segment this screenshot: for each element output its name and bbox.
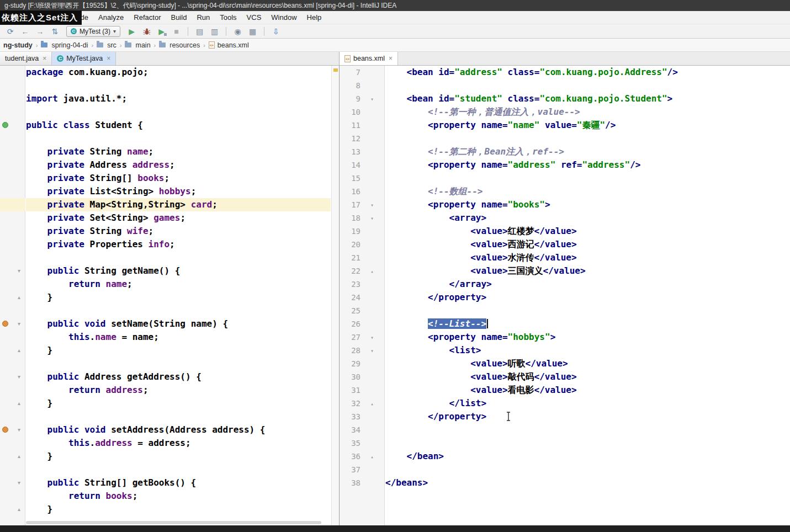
fold-icon[interactable]: ▴ xyxy=(360,401,384,407)
close-icon[interactable]: × xyxy=(43,55,46,62)
sync-icon[interactable]: ⟳ xyxy=(3,26,17,37)
menu-item-tools[interactable]: Tools xyxy=(215,13,241,22)
java-code-line[interactable]: private Address address; xyxy=(26,158,331,172)
java-code-line[interactable] xyxy=(26,251,331,264)
xml-code-line[interactable]: <!--数组--> xyxy=(385,185,790,198)
fold-icon[interactable]: ▾ xyxy=(18,320,20,328)
menu-item-window[interactable]: Window xyxy=(266,13,301,22)
update-project-icon[interactable]: ⇩ xyxy=(269,26,283,37)
java-code-line[interactable]: private Map<String,String> card; xyxy=(26,198,331,211)
tab-tudent-java[interactable]: tudent.java× xyxy=(0,52,52,65)
gutter-line-11[interactable]: 11 xyxy=(340,119,384,132)
gutter-line-26[interactable]: 26 xyxy=(340,317,384,331)
java-code-line[interactable]: } xyxy=(26,397,331,410)
fold-icon[interactable]: ▴ xyxy=(360,268,384,274)
java-code-line[interactable]: } xyxy=(26,450,331,463)
java-code-line[interactable]: this.name = name; xyxy=(26,331,331,344)
java-code-line[interactable]: public Address getAddress() { xyxy=(26,370,331,384)
gutter-line-35[interactable]: 35 xyxy=(340,437,384,450)
java-code-line[interactable]: } xyxy=(26,291,331,304)
menu-item-run[interactable]: Run xyxy=(192,13,215,22)
gutter-line-21[interactable]: 21 xyxy=(340,251,384,264)
xml-code-line[interactable] xyxy=(385,304,790,317)
structure-icon[interactable]: ▥ xyxy=(208,26,221,37)
xml-code-line[interactable]: </property> xyxy=(385,410,790,423)
java-code-line[interactable]: return name; xyxy=(26,278,331,291)
back-icon[interactable]: ← xyxy=(18,26,32,37)
gutter-line-17[interactable]: 17▾ xyxy=(340,198,384,211)
gutter-line-32[interactable]: 32▴ xyxy=(340,397,384,410)
xml-code-line[interactable]: <property name="name" value="秦疆"/> xyxy=(385,119,790,132)
java-code-line[interactable]: private Set<String> games; xyxy=(26,211,331,225)
stop-icon[interactable]: ■ xyxy=(169,26,183,37)
gutter-line-25[interactable]: 25 xyxy=(340,304,384,317)
java-code-line[interactable]: private String[] books; xyxy=(26,172,331,185)
java-code-line[interactable]: public String[] getBooks() { xyxy=(26,476,331,490)
xml-code-line[interactable]: <value>三国演义</value> xyxy=(385,264,790,278)
tab-mytest-java[interactable]: MyTest.java× xyxy=(52,52,116,65)
gutter-line-30[interactable]: 30 xyxy=(340,370,384,384)
xml-code-line[interactable]: <!--第一种，普通值注入，value--> xyxy=(385,105,790,119)
gutter-line-15[interactable]: 15 xyxy=(340,172,384,185)
run-icon[interactable]: ▶ xyxy=(125,26,139,37)
warning-stripe-mark[interactable] xyxy=(333,68,338,72)
horizontal-scrollbar[interactable] xyxy=(26,521,321,524)
java-code-line[interactable]: } xyxy=(26,503,331,516)
gutter-line-12[interactable]: 12 xyxy=(340,132,384,145)
java-editor-gutter[interactable]: ▾▾▾▾▾▴▴▴▴▴ xyxy=(0,66,25,525)
menu-item-build[interactable]: Build xyxy=(166,13,192,22)
xml-code-line[interactable]: <array> xyxy=(385,211,790,225)
debug-icon[interactable] xyxy=(140,26,153,37)
java-code-line[interactable]: import java.util.*; xyxy=(26,92,331,105)
menu-item-analyze[interactable]: Analyze xyxy=(93,13,129,22)
java-code-line[interactable] xyxy=(26,357,331,370)
gutter-line-9[interactable]: 9▾ xyxy=(340,92,384,105)
xml-code-line[interactable]: <value>红楼梦</value> xyxy=(385,225,790,238)
fold-icon[interactable]: ▾ xyxy=(18,478,20,487)
fold-icon[interactable]: ▾ xyxy=(18,425,20,434)
compare-icon[interactable]: ⇅ xyxy=(48,26,62,37)
property-marker-icon[interactable] xyxy=(2,427,8,433)
xml-code-line[interactable] xyxy=(385,132,790,145)
forward-icon[interactable]: → xyxy=(33,26,47,37)
breadcrumb-item-beans-xml[interactable]: beans.xml xyxy=(206,41,251,49)
gutter-line-16[interactable]: 16 xyxy=(340,185,384,198)
xml-code-line[interactable]: <!--List--> xyxy=(385,317,790,331)
breadcrumb-item-main[interactable]: main xyxy=(123,41,152,49)
gutter-line-14[interactable]: 14 xyxy=(340,158,384,172)
xml-code-line[interactable]: </bean> xyxy=(385,450,790,463)
java-code-line[interactable] xyxy=(26,132,331,145)
breadcrumb-item-spring-04-di[interactable]: spring-04-di xyxy=(39,41,90,49)
xml-code-line[interactable]: </list> xyxy=(385,397,790,410)
property-marker-icon[interactable] xyxy=(2,321,8,327)
fold-icon[interactable]: ▴ xyxy=(360,454,384,460)
xml-code-line[interactable] xyxy=(385,463,790,476)
java-code-area[interactable]: package com.kuang.pojo;import java.util.… xyxy=(26,66,331,525)
java-code-line[interactable]: this.address = address; xyxy=(26,437,331,450)
xml-code-line[interactable]: <list> xyxy=(385,344,790,357)
xml-code-line[interactable]: <bean id="address" class="com.kuang.pojo… xyxy=(385,66,790,79)
xml-code-line[interactable]: </property> xyxy=(385,291,790,304)
xml-code-line[interactable]: <value>西游记</value> xyxy=(385,238,790,251)
gutter-line-7[interactable]: 7 xyxy=(340,66,384,79)
gutter-line-28[interactable]: 28▾ xyxy=(340,344,384,357)
fold-icon[interactable]: ▾ xyxy=(18,373,20,381)
java-code-line[interactable]: public void setName(String name) { xyxy=(26,317,331,331)
menu-item-refactor[interactable]: Refactor xyxy=(129,13,166,22)
gutter-line-33[interactable]: 33 xyxy=(340,410,384,423)
xml-code-line[interactable] xyxy=(385,437,790,450)
fold-icon[interactable]: ▾ xyxy=(360,202,384,208)
xml-code-line[interactable] xyxy=(385,172,790,185)
xml-code-line[interactable]: <value>水浒传</value> xyxy=(385,251,790,264)
xml-code-line[interactable]: </array> xyxy=(385,278,790,291)
breadcrumb-item-resources[interactable]: resources xyxy=(157,41,202,49)
search-everywhere-icon[interactable]: ◉ xyxy=(231,26,245,37)
java-code-line[interactable] xyxy=(26,105,331,119)
gutter-line-34[interactable]: 34 xyxy=(340,423,384,437)
xml-code-line[interactable]: <property name="hobbys"> xyxy=(385,331,790,344)
fold-icon[interactable]: ▴ xyxy=(18,293,20,302)
java-code-line[interactable]: public String getName() { xyxy=(26,264,331,278)
breadcrumb-item-src[interactable]: src xyxy=(94,41,119,49)
java-code-line[interactable]: package com.kuang.pojo; xyxy=(26,66,331,79)
gutter-line-18[interactable]: 18▾ xyxy=(340,211,384,225)
